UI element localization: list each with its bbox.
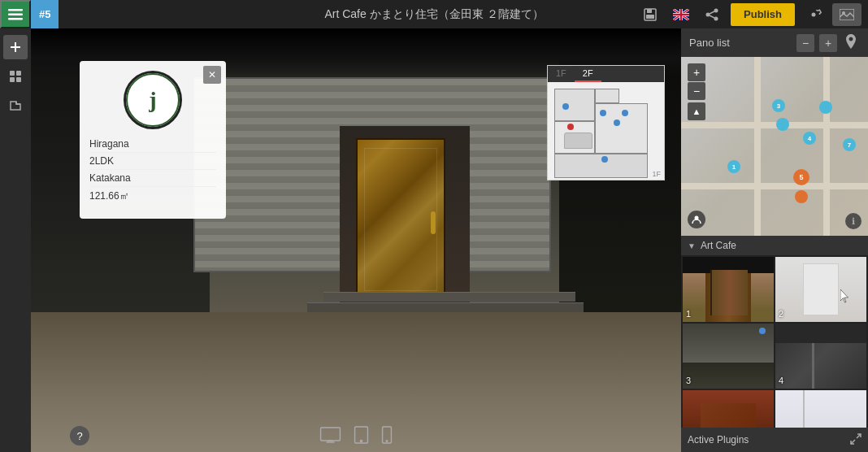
thumb-4-image [775,324,866,389]
svg-rect-19 [16,77,21,82]
pano-thumb-2[interactable]: 2 [775,257,866,322]
active-plugins-bar: Active Plugins [681,428,868,452]
map-zoom-in-button[interactable]: + [688,63,705,81]
door [356,138,445,301]
pano-thumb-3[interactable]: 3 [683,324,774,389]
ceiling-sim [683,257,774,273]
pano-thumbs-grid: 1 2 [681,255,868,428]
map-node-8[interactable] [819,101,832,114]
fp-dot-2[interactable] [600,110,606,116]
files-button[interactable] [3,93,28,118]
thumb-6-image [775,390,866,428]
svg-point-8 [714,16,718,20]
topbar: #5 Art Cafe かまとり住宅（金田東 ２階建て） Publish [0,0,868,28]
map-controls: + − ▲ [688,63,705,120]
pano-scene: ✕ j Hiragana 2LDK Katakana 121.66㎡ 1F [31,28,681,452]
zoom-in-button[interactable]: + [819,34,837,52]
pano-thumb-4[interactable]: 4 [775,324,866,389]
dot-sim [759,328,766,334]
pano-thumb-5[interactable]: 5 [683,390,774,428]
fp-dot-3[interactable] [614,120,620,126]
bottom-toolbar [320,426,393,444]
svg-rect-0 [8,9,23,11]
save-button[interactable] [638,2,662,27]
map-node-3[interactable]: 3 [772,99,785,112]
door-area-sim [701,403,755,428]
location-button[interactable] [842,34,860,52]
tablet-view-button[interactable] [354,426,369,444]
add-scene-button[interactable] [3,35,28,59]
floorplan-overlay: 1F 2F [547,65,665,180]
expand-plugins-button[interactable] [850,433,861,447]
tab-1f[interactable]: 1F [548,66,575,82]
mobile-view-button[interactable] [382,426,393,444]
image-button[interactable] [832,3,861,26]
share-button[interactable] [700,2,724,27]
desktop-view-button[interactable] [320,427,341,443]
fp-dot-4[interactable] [622,110,628,116]
fp-inner: 1F [548,82,664,180]
cursor-sim [840,289,850,307]
svg-rect-5 [646,15,654,19]
thumb-num-4: 4 [779,376,783,385]
pano-list-section[interactable]: ▼ Art Cafe 1 [681,236,868,428]
left-sidebar [0,28,31,452]
logo-ring: j [126,73,180,127]
thumb-num-2: 2 [779,309,783,319]
pano-thumb-6[interactable]: 6 [775,390,866,428]
svg-line-11 [710,15,714,18]
topbar-left: #5 [0,0,59,28]
pano-group-header[interactable]: ▼ Art Cafe [681,236,868,255]
map-node-6[interactable] [795,190,808,203]
street-view-button[interactable] [688,211,705,228]
fp-dot-red[interactable] [567,124,574,130]
help-button[interactable]: ? [70,426,89,445]
map-node-4[interactable]: 4 [803,132,816,145]
settings-button[interactable] [801,2,826,27]
tab-2f[interactable]: 2F [575,66,601,82]
fp-dot-1[interactable] [562,103,569,110]
hamburger-button[interactable] [0,0,31,28]
map-node-7[interactable]: 7 [843,138,856,151]
pano-list-title: Pano list [689,37,792,49]
map-node-1[interactable]: 1 [727,160,740,173]
map-bottom-controls [688,211,705,229]
map-node-5-active[interactable]: 5 [793,169,809,185]
logo-panel: ✕ j Hiragana 2LDK Katakana 121.66㎡ [80,61,226,219]
map-area[interactable]: + − ▲ 1 3 4 5 7 ℹ [681,57,868,236]
pano-thumb-1[interactable]: 1 [683,257,774,322]
fp-dot-5[interactable] [601,156,608,163]
svg-line-10 [710,11,714,14]
floorplan-image: 1F [548,82,664,180]
map-node-2[interactable] [776,118,789,131]
company-logo: j [124,71,182,129]
svg-rect-1 [8,13,23,15]
language-button[interactable] [669,2,693,27]
pano-group-arrow: ▼ [688,241,696,250]
wall-edge-sim [803,390,805,428]
zoom-out-button[interactable]: − [796,34,814,52]
fp-room-1 [554,89,595,121]
step-1 [307,302,584,312]
svg-rect-4 [647,9,652,13]
logo-field-2: 2LDK [89,153,216,170]
map-road-h1 [681,122,868,128]
logo-close-button[interactable]: ✕ [203,66,221,84]
logo-info: Hiragana 2LDK Katakana 121.66㎡ [89,133,216,209]
logo-letter: j [149,89,156,111]
logo-field-3: Katakana [89,170,216,187]
viewer-area[interactable]: ✕ j Hiragana 2LDK Katakana 121.66㎡ 1F [31,28,681,452]
map-info-button[interactable]: ℹ [845,213,861,229]
map-compass-button[interactable]: ▲ [688,102,705,120]
scenes-button[interactable] [3,64,28,89]
thumb-3-image [683,324,774,389]
thumb-1-image [683,257,774,322]
pano-list-header: Pano list − + [681,28,868,57]
map-zoom-out-button[interactable]: − [688,82,705,100]
thumb-num-1: 1 [686,309,691,319]
publish-button[interactable]: Publish [731,3,795,26]
topbar-actions: Publish [638,2,868,27]
step-2 [323,292,575,302]
ground-sim [683,363,774,389]
map-road-h2 [681,183,868,189]
